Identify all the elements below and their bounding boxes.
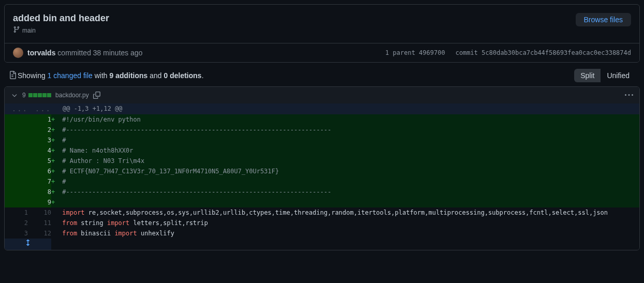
diff-line: 110 import re,socket,subprocess,os,sys,u… xyxy=(5,207,639,218)
commit-title: added bin and header xyxy=(13,13,631,24)
line-num-old[interactable] xyxy=(5,114,28,125)
changed-files-link[interactable]: 1 changed file xyxy=(48,71,93,80)
stats-period: . xyxy=(202,71,204,80)
diff-code: + # xyxy=(51,135,639,145)
parent-hash-link[interactable]: 4969700 xyxy=(419,49,445,56)
diff-code: + #-------------------------------------… xyxy=(51,187,639,197)
additions-count: 9 additions xyxy=(109,71,147,80)
commit-hashes: 1 parent 4969700 commit 5c80dab30bca7cb4… xyxy=(385,49,631,56)
diff-code: from binascii import unhexlify xyxy=(51,228,639,239)
commit-meta: torvalds committed 38 minutes ago 1 pare… xyxy=(5,43,639,62)
line-num-old[interactable]: 3 xyxy=(5,228,28,239)
line-num-old[interactable] xyxy=(5,176,28,187)
split-view-button[interactable]: Split xyxy=(574,69,601,82)
diff-line: 2+ #------------------------------------… xyxy=(5,125,639,135)
diff-line: 312 from binascii import unhexlify xyxy=(5,228,639,239)
line-num-old[interactable]: 2 xyxy=(5,218,28,228)
hunk-header-row: ......@@ -1,3 +1,12 @@ xyxy=(5,103,639,114)
file-name-link[interactable]: backdoor.py xyxy=(55,92,89,99)
diff-line: 9+ xyxy=(5,197,639,207)
line-num-old[interactable]: 1 xyxy=(5,207,28,218)
line-num-new[interactable]: 12 xyxy=(28,228,51,239)
diff-code: + # ECTF{N07_7H47_C13V3r_70_137_1NF0rM47… xyxy=(51,166,639,176)
diff-line: 211 from string import letters,split,rst… xyxy=(5,218,639,228)
browse-files-button[interactable]: Browse files xyxy=(576,13,631,26)
branch-name: main xyxy=(22,27,36,34)
diff-code: import re,socket,subprocess,os,sys,urlli… xyxy=(51,207,639,218)
diff-stats-row: Showing 1 changed file with 9 additions … xyxy=(4,63,640,86)
copy-path-icon[interactable] xyxy=(93,92,100,99)
diff-view-toggle: Split Unified xyxy=(574,69,636,82)
line-num-old[interactable] xyxy=(5,145,28,156)
line-num-new[interactable]: 4 xyxy=(28,145,51,156)
commit-author: torvalds committed 38 minutes ago xyxy=(13,48,143,58)
commit-hash: 5c80dab30bca7cb44f58693fea0cac0ec338874d xyxy=(482,49,631,56)
diff-line: 8+ #------------------------------------… xyxy=(5,187,639,197)
line-num-old[interactable] xyxy=(5,187,28,197)
branch-indicator: main xyxy=(13,26,576,35)
unified-view-button[interactable]: Unified xyxy=(601,69,636,82)
file-diff: 9 backdoor.py ......@@ -1,3 +1,12 @@1+ #… xyxy=(4,86,640,250)
line-num-new[interactable]: 6 xyxy=(28,166,51,176)
diff-line: 1+ #!/usr/bin/env python xyxy=(5,114,639,125)
line-num-new[interactable]: 3 xyxy=(28,135,51,145)
diff-squares xyxy=(28,93,51,97)
committed-time: committed 38 minutes ago xyxy=(57,49,142,57)
diff-line: 7+ # xyxy=(5,176,639,187)
file-change-count: 9 xyxy=(22,92,26,99)
line-num-new[interactable]: 9 xyxy=(28,197,51,207)
line-num-new[interactable]: 7 xyxy=(28,176,51,187)
commit-box: Browse files added bin and header main t… xyxy=(4,4,640,63)
stats-with: with xyxy=(93,71,110,80)
line-num-new[interactable]: 1 xyxy=(28,114,51,125)
file-header: 9 backdoor.py xyxy=(5,87,639,103)
diff-table: ......@@ -1,3 +1,12 @@1+ #!/usr/bin/env … xyxy=(5,103,639,250)
diff-code: + # xyxy=(51,176,639,187)
file-diff-icon[interactable] xyxy=(8,71,17,81)
line-num-old[interactable] xyxy=(5,135,28,145)
hunk-header: @@ -1,3 +1,12 @@ xyxy=(51,103,639,114)
git-branch-icon xyxy=(13,26,20,35)
expand-rest xyxy=(51,239,639,250)
diff-code: + # Name: n4oth8hXX0r xyxy=(51,145,639,156)
diff-code: + #-------------------------------------… xyxy=(51,125,639,135)
line-num-new[interactable]: 2 xyxy=(28,125,51,135)
diff-line: 4+ # Name: n4oth8hXX0r xyxy=(5,145,639,156)
diff-code: + #!/usr/bin/env python xyxy=(51,114,639,125)
hunk-old: ... xyxy=(5,103,28,114)
line-num-new[interactable]: 8 xyxy=(28,187,51,197)
chevron-down-icon[interactable] xyxy=(11,92,18,99)
line-num-old[interactable] xyxy=(5,156,28,166)
diff-line: 3+ # xyxy=(5,135,639,145)
stats-showing: Showing xyxy=(18,71,48,80)
line-num-old[interactable] xyxy=(5,197,28,207)
line-num-old[interactable] xyxy=(5,125,28,135)
expand-row xyxy=(5,239,639,250)
commit-header: Browse files added bin and header main xyxy=(5,5,639,43)
kebab-menu-icon[interactable] xyxy=(625,91,633,99)
line-num-old[interactable] xyxy=(5,166,28,176)
diff-line: 5+ # Author : N03 Tri\m4x xyxy=(5,156,639,166)
deletions-count: 0 deletions xyxy=(164,71,202,80)
line-num-new[interactable]: 11 xyxy=(28,218,51,228)
diff-line: 6+ # ECTF{N07_7H47_C13V3r_70_137_1NF0rM4… xyxy=(5,166,639,176)
line-num-new[interactable]: 5 xyxy=(28,156,51,166)
avatar[interactable] xyxy=(13,48,23,58)
hunk-new: ... xyxy=(28,103,51,114)
commit-label: commit xyxy=(455,49,477,56)
diff-code: from string import letters,split,rstrip xyxy=(51,218,639,228)
author-link[interactable]: torvalds xyxy=(27,49,55,57)
diff-code: + xyxy=(51,197,639,207)
diff-code: + # Author : N03 Tri\m4x xyxy=(51,156,639,166)
parent-label: 1 parent xyxy=(385,49,415,56)
stats-and: and xyxy=(147,71,163,80)
line-num-new[interactable]: 10 xyxy=(28,207,51,218)
expand-down-icon[interactable] xyxy=(5,239,51,250)
